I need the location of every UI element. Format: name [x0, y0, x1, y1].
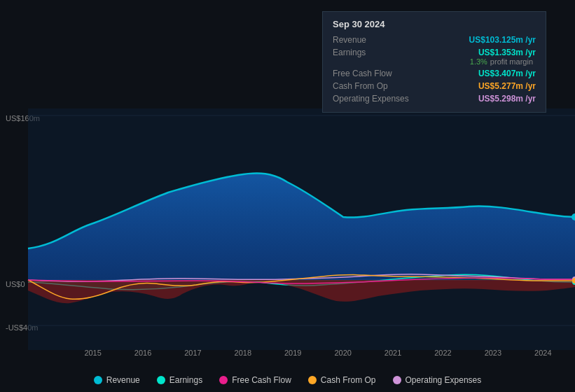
legend-dot-fcf [219, 376, 228, 384]
tooltip-date: Sep 30 2024 [333, 19, 536, 29]
legend-cashfromop[interactable]: Cash From Op [308, 375, 376, 385]
x-label-2018: 2018 [235, 349, 251, 357]
tooltip-row-cashfromop: Cash From Op US$5.277m /yr [333, 80, 536, 92]
fcf-value: US$3.407m /yr [478, 69, 536, 78]
profit-margin-row: 1.3% profit margin [333, 57, 536, 67]
x-label-2016: 2016 [134, 349, 151, 357]
x-label-2020: 2020 [334, 349, 351, 357]
x-label-2022: 2022 [434, 349, 451, 357]
x-label-2019: 2019 [284, 349, 301, 357]
legend-label-opex: Operating Expenses [406, 375, 482, 385]
revenue-label: Revenue [333, 35, 424, 45]
chart-svg [0, 108, 575, 350]
chart-legend: Revenue Earnings Free Cash Flow Cash Fro… [0, 375, 575, 385]
cashfromop-label: Cash From Op [333, 81, 424, 91]
legend-dot-earnings [157, 376, 165, 384]
profit-margin-pct: 1.3% [470, 57, 487, 66]
legend-earnings[interactable]: Earnings [157, 375, 202, 385]
legend-dot-opex [393, 376, 401, 384]
x-label-2023: 2023 [485, 349, 501, 357]
x-label-2017: 2017 [184, 349, 201, 357]
legend-revenue[interactable]: Revenue [94, 375, 140, 385]
legend-dot-cashfromop [308, 376, 317, 384]
tooltip-card: Sep 30 2024 Revenue US$103.125m /yr Earn… [322, 11, 546, 113]
earnings-label: Earnings [333, 48, 424, 57]
x-label-2021: 2021 [385, 349, 401, 357]
legend-label-cashfromop: Cash From Op [321, 375, 376, 385]
legend-opex[interactable]: Operating Expenses [393, 375, 482, 385]
cashfromop-value: US$5.277m /yr [478, 81, 536, 91]
x-axis: 2015 2016 2017 2018 2019 2020 2021 2022 … [28, 346, 575, 357]
legend-fcf[interactable]: Free Cash Flow [219, 375, 291, 385]
earnings-value: US$1.353m /yr [478, 48, 536, 57]
tooltip-row-opex: Operating Expenses US$5.298m /yr [333, 92, 536, 105]
opex-label: Operating Expenses [333, 94, 424, 104]
legend-label-earnings: Earnings [169, 375, 202, 385]
profit-margin-label: profit margin [490, 57, 533, 66]
tooltip-row-revenue: Revenue US$103.125m /yr [333, 34, 536, 46]
legend-label-revenue: Revenue [106, 375, 140, 385]
fcf-label: Free Cash Flow [333, 69, 424, 78]
legend-label-fcf: Free Cash Flow [232, 375, 291, 385]
tooltip-row-fcf: Free Cash Flow US$3.407m /yr [333, 67, 536, 80]
x-label-2015: 2015 [84, 349, 101, 357]
opex-value: US$5.298m /yr [478, 94, 536, 104]
legend-dot-revenue [94, 376, 102, 384]
x-label-2024: 2024 [534, 349, 551, 357]
revenue-value: US$103.125m /yr [469, 35, 536, 45]
